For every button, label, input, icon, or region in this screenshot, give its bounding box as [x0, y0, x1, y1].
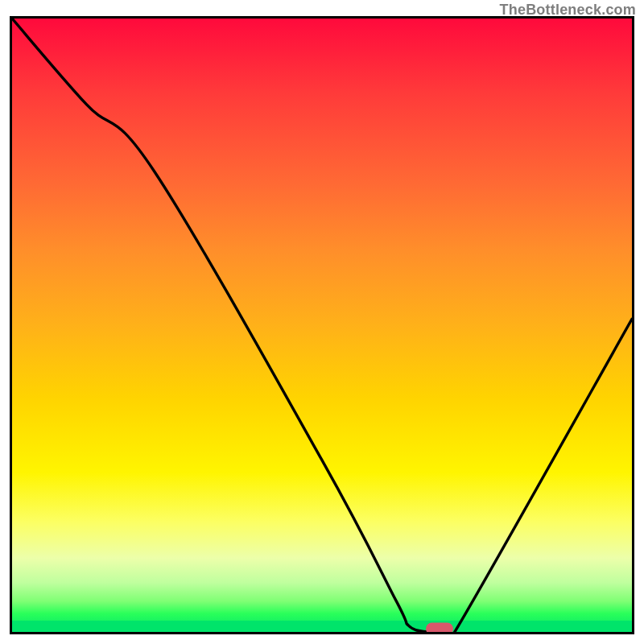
chart-root: TheBottleneck.com — [0, 0, 644, 644]
optimal-marker — [426, 623, 453, 634]
bottleneck-curve — [12, 19, 632, 632]
plot-area — [10, 16, 634, 634]
